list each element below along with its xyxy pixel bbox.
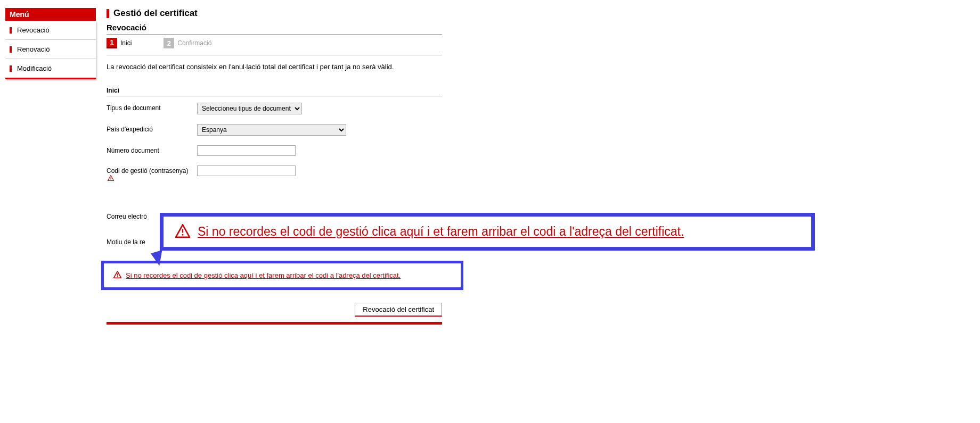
menu-marker-icon bbox=[10, 46, 12, 53]
mgmt-code-input[interactable] bbox=[197, 165, 296, 176]
page-subtitle: Revocació bbox=[107, 23, 442, 35]
footer-bar bbox=[107, 322, 442, 325]
menu-item-modificacio[interactable]: Modificació bbox=[5, 59, 96, 78]
menu-item-label: Modificació bbox=[17, 64, 52, 72]
sidebar: Menú Revocació Renovació Modificació bbox=[5, 8, 96, 325]
warning-icon bbox=[175, 224, 190, 239]
country-label: País d'expedició bbox=[107, 124, 197, 133]
forgot-code-link[interactable]: Si no recordes el codi de gestió clica a… bbox=[126, 271, 401, 279]
warning-icon bbox=[113, 271, 121, 280]
form-section-title: Inici bbox=[107, 87, 442, 96]
svg-point-5 bbox=[182, 234, 183, 236]
menu-item-renovacio[interactable]: Renovació bbox=[5, 40, 96, 59]
svg-point-1 bbox=[110, 179, 111, 180]
forgot-code-link-big[interactable]: Si no recordes el codi de gestió clica a… bbox=[198, 225, 684, 239]
step-number: 1 bbox=[107, 38, 117, 48]
step-2: 2 Confirmació bbox=[164, 38, 211, 48]
forgot-code-callout-small: Si no recordes el codi de gestió clica a… bbox=[101, 261, 463, 290]
warning-icon bbox=[108, 175, 114, 182]
menu-item-revocacio[interactable]: Revocació bbox=[5, 21, 96, 40]
step-indicator: 1 Inici 2 Confirmació bbox=[107, 38, 442, 55]
title-marker-icon bbox=[107, 9, 109, 18]
svg-point-3 bbox=[117, 276, 118, 277]
doc-number-input[interactable] bbox=[197, 145, 296, 156]
page-title: Gestió del certificat bbox=[107, 8, 442, 19]
mgmt-code-label: Codi de gestió (contrasenya) bbox=[107, 165, 197, 182]
submit-area: Revocació del certificat bbox=[107, 303, 442, 317]
page-title-text: Gestió del certificat bbox=[113, 8, 198, 19]
step-1: 1 Inici bbox=[107, 38, 132, 48]
revoke-button[interactable]: Revocació del certificat bbox=[355, 303, 442, 317]
menu-marker-icon bbox=[10, 27, 12, 34]
step-number: 2 bbox=[164, 38, 174, 48]
main-content: Gestió del certificat Revocació 1 Inici … bbox=[107, 8, 442, 325]
menu-item-label: Revocació bbox=[17, 26, 50, 34]
doc-type-label: Tipus de document bbox=[107, 103, 197, 112]
menu-marker-icon bbox=[10, 65, 12, 72]
step-label: Inici bbox=[120, 39, 132, 47]
description-text: La revocació del certificat consisteix e… bbox=[107, 63, 442, 71]
doc-number-label: Número document bbox=[107, 145, 197, 154]
country-select[interactable]: Espanya bbox=[197, 124, 346, 136]
doc-type-select[interactable]: Seleccioneu tipus de document bbox=[197, 103, 302, 114]
menu-item-label: Renovació bbox=[17, 45, 50, 53]
step-label: Confirmació bbox=[177, 39, 211, 47]
menu-header: Menú bbox=[5, 8, 96, 21]
forgot-code-callout-big: Si no recordes el codi de gestió clica a… bbox=[160, 213, 815, 251]
